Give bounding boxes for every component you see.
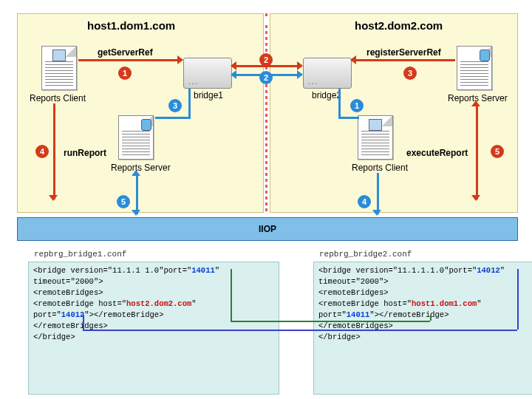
- arrowhead-b5u: [132, 170, 140, 176]
- conf2-l5: port="14011"></remoteBridge>: [318, 310, 532, 321]
- step-red-1: 1: [118, 66, 132, 80]
- conf2-l1: <bridge version="11.1.1.1.0"port="14012": [318, 265, 532, 276]
- arrowhead-1: [177, 55, 183, 64]
- conf1-l5: port="14012"></remoteBridge>: [33, 310, 274, 321]
- label-runreport: runReport: [64, 148, 106, 158]
- conf1-l2: timeout="2000">: [33, 276, 274, 287]
- router-bridge2: [303, 58, 352, 89]
- label-reports-client-1: Reports Client: [30, 93, 86, 103]
- zone-host2: [270, 13, 518, 213]
- label-getserverref: getServerRef: [98, 47, 153, 58]
- step-blue-3: 3: [168, 99, 182, 112]
- doc-reports-client-2: [358, 115, 393, 160]
- step-blue-2: 2: [259, 71, 273, 84]
- conf1-l7: </bridge>: [33, 332, 274, 343]
- conf2-l3: <remoteBridges>: [318, 287, 532, 299]
- conf2-l7: </bridge>: [318, 332, 532, 343]
- arrow-blue-3: [188, 89, 191, 118]
- arrowhead-2r: [297, 61, 303, 70]
- conf2-box: <bridge version="11.1.1.1.0"port="14012"…: [313, 262, 532, 395]
- connector-green-h: [231, 321, 430, 322]
- router-bridge1: [183, 58, 232, 89]
- label-reports-server-1: Reports Server: [111, 163, 171, 173]
- conf2-filename: repbrg_bridge2.conf: [319, 250, 412, 259]
- arrowhead-4: [49, 195, 58, 201]
- arrowhead-5u: [471, 100, 480, 106]
- arrowhead-b5d: [132, 210, 140, 216]
- step-blue-4: 4: [358, 195, 371, 208]
- step-red-4: 4: [35, 145, 49, 158]
- conf2-l2: timeout="2000">: [318, 276, 532, 287]
- conf1-box: <bridge version="11.1.1 1.0"port="14011"…: [28, 262, 279, 395]
- iiop-layer: IIOP: [17, 217, 518, 241]
- connector-blue-h: [83, 330, 517, 331]
- conf1-filename: repbrg_bridge1.conf: [34, 250, 126, 259]
- arrowhead-b4: [372, 210, 381, 216]
- arrow-runreport: [53, 103, 55, 200]
- label-bridge2: bridge2: [312, 90, 341, 100]
- arrow-blue-4: [377, 173, 379, 214]
- arrow-blue-5: [136, 173, 138, 214]
- step-red-3: 3: [403, 66, 417, 80]
- host1-title: host1.dom1.com: [87, 19, 175, 32]
- conf1-l4: <remoteBridge host="host2.dom2.com": [33, 299, 274, 310]
- connector-blue-v2: [517, 269, 519, 330]
- diagram-canvas: host1.dom1.com host2.dom2.com Reports Cl…: [0, 0, 532, 399]
- arrow-getserverref: [78, 59, 182, 61]
- arrow-blue-1h: [338, 117, 359, 119]
- arrowhead-5d: [471, 195, 480, 201]
- label-bridge1: bridge1: [194, 90, 223, 100]
- arrow-blue-1: [338, 89, 341, 118]
- arrowhead-b2r: [297, 70, 303, 79]
- step-blue-5: 5: [117, 195, 130, 208]
- arrow-executereport: [476, 103, 478, 200]
- arrowhead-3: [350, 55, 356, 64]
- conf1-l3: <remoteBridges>: [33, 287, 274, 299]
- conf2-l4: <remoteBridge host="host1.dom1.com": [318, 299, 532, 310]
- doc-reports-server-2: [457, 46, 492, 90]
- step-blue-1: 1: [350, 99, 364, 112]
- step-red-2: 2: [259, 53, 273, 66]
- conf1-l1: <bridge version="11.1.1 1.0"port="14011": [33, 265, 274, 276]
- arrow-registerserverref: [352, 59, 455, 61]
- arrowhead-2l: [231, 61, 236, 70]
- step-red-5: 5: [491, 145, 504, 158]
- arrow-blue-3h: [155, 117, 191, 119]
- connector-blue-v1: [83, 315, 84, 330]
- doc-reports-client-1: [41, 46, 77, 90]
- doc-reports-server-1: [118, 115, 154, 160]
- label-executereport: executeReport: [406, 148, 468, 158]
- label-reports-client-2: Reports Client: [352, 163, 408, 173]
- label-registerserverref: registerServerRef: [366, 47, 441, 58]
- connector-green-v2: [430, 315, 432, 321]
- host2-title: host2.dom2.com: [355, 19, 443, 32]
- connector-green-v1: [231, 269, 232, 321]
- arrowhead-b2l: [231, 70, 236, 79]
